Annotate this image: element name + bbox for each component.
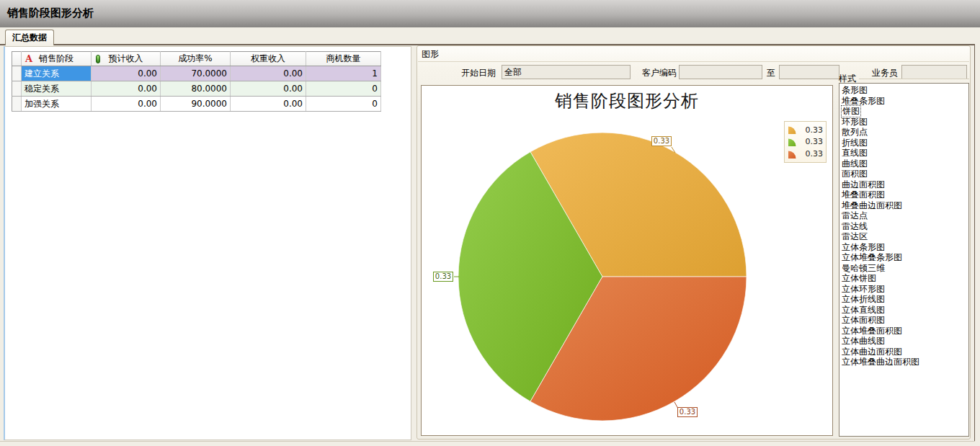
page-title: 销售阶段图形分析: [7, 6, 94, 20]
style-option[interactable]: 散列点: [842, 127, 968, 138]
column-header-expected-income[interactable]: 预计收入: [92, 52, 161, 66]
salesman-input[interactable]: [901, 65, 967, 79]
customer-code-input[interactable]: [679, 65, 762, 79]
column-header-opportunity-count[interactable]: 商机数量: [306, 52, 381, 66]
slice-label: 0.33: [651, 136, 672, 146]
pie-chart: [422, 86, 832, 435]
app-window: 销售阶段图形分析 汇总数据 A 销售阶段 预计收入: [0, 0, 980, 446]
legend-swatch-icon: [788, 137, 798, 147]
style-option[interactable]: 雷达线: [842, 221, 968, 232]
style-option[interactable]: 雷达区: [842, 231, 968, 242]
legend-item: 0.33: [788, 136, 823, 148]
cell-weighted-income[interactable]: 0.00: [231, 81, 306, 97]
cell-weighted-income[interactable]: 0.00: [231, 66, 306, 81]
column-header-stage[interactable]: A 销售阶段: [22, 52, 92, 66]
content-bottom-border: [0, 441, 975, 442]
content-right-border: [974, 44, 975, 442]
style-option[interactable]: 堆叠面积图: [842, 189, 968, 200]
style-option[interactable]: 立体曲线图: [842, 336, 968, 347]
column-header-success-rate[interactable]: 成功率%: [161, 52, 231, 66]
chart-legend: 0.33 0.33 0.33: [784, 121, 827, 163]
start-date-input[interactable]: [502, 65, 631, 79]
cell-expected-income[interactable]: 0.00: [92, 81, 161, 97]
customer-code-label: 客户编码: [632, 66, 677, 80]
style-option[interactable]: 立体堆叠面积图: [842, 326, 968, 336]
style-option[interactable]: 立体堆叠曲边面积图: [842, 357, 968, 367]
slice-label: 0.33: [433, 272, 453, 282]
style-option[interactable]: 立体面积图: [842, 315, 968, 326]
chart-panel: 销售阶段图形分析: [421, 85, 833, 436]
style-option[interactable]: 曼哈顿三维: [842, 263, 968, 274]
row-indicator-cell[interactable]: [12, 81, 22, 97]
text-column-icon: A: [25, 54, 32, 63]
style-option[interactable]: 环形图: [842, 117, 968, 128]
cell-opportunity-count[interactable]: 0: [306, 81, 381, 97]
customer-code-to-input[interactable]: [779, 65, 839, 79]
column-header-label: 权重收入: [251, 53, 285, 63]
style-listbox[interactable]: 条形图 堆叠条形图 饼图 环形图 散列点 折线图 直线图 曲线图 面积图 曲边面…: [839, 83, 969, 437]
cell-expected-income[interactable]: 0.00: [92, 97, 161, 112]
content-top-border: [0, 44, 975, 45]
grid-row-selected[interactable]: 建立关系 0.00 70.0000 0.00 1: [12, 66, 381, 81]
legend-value: 0.33: [798, 149, 823, 159]
cell-success-rate[interactable]: 70.0000: [161, 66, 231, 81]
legend-item: 0.33: [788, 124, 823, 135]
style-option[interactable]: 面积图: [842, 169, 968, 179]
style-option[interactable]: 曲线图: [842, 159, 968, 169]
style-option[interactable]: 立体直线图: [842, 305, 968, 316]
to-label: 至: [765, 66, 777, 80]
groupbox-divider: [418, 61, 969, 62]
style-option[interactable]: 折线图: [842, 138, 968, 148]
grid-row[interactable]: 加强关系 0.00 90.0000 0.00 0: [12, 97, 381, 112]
numeric-column-icon: [96, 55, 100, 63]
style-option[interactable]: 立体饼图: [842, 273, 968, 284]
column-header-label: 销售阶段: [39, 53, 74, 63]
column-header-label: 预计收入: [109, 53, 143, 63]
row-indicator-header: [12, 52, 22, 66]
summary-panel: A 销售阶段 预计收入 成功率% 权重收入 商机数量: [4, 46, 411, 440]
grid-row[interactable]: 稳定关系 0.00 80.0000 0.00 0: [12, 81, 381, 97]
cell-stage[interactable]: 稳定关系: [22, 81, 92, 97]
titlebar: 销售阶段图形分析: [0, 0, 980, 27]
style-option[interactable]: 立体折线图: [842, 294, 968, 305]
grid-header-row: A 销售阶段 预计收入 成功率% 权重收入 商机数量: [12, 52, 381, 66]
salesman-label: 业务员: [865, 66, 898, 80]
cell-opportunity-count[interactable]: 1: [306, 66, 381, 81]
column-header-label: 商机数量: [326, 53, 361, 63]
style-option[interactable]: 雷达点: [842, 210, 968, 221]
style-option[interactable]: 立体曲边面积图: [842, 347, 968, 357]
column-header-weighted-income[interactable]: 权重收入: [231, 52, 306, 66]
row-indicator-cell[interactable]: [12, 97, 22, 112]
row-indicator-cell[interactable]: [12, 66, 22, 81]
legend-swatch-icon: [788, 125, 798, 135]
cell-expected-income[interactable]: 0.00: [92, 66, 161, 81]
style-option[interactable]: 堆叠曲边面积图: [842, 200, 968, 211]
slice-label: 0.33: [677, 407, 698, 417]
legend-item: 0.33: [788, 148, 823, 160]
cell-stage[interactable]: 建立关系: [22, 66, 92, 81]
cell-weighted-income[interactable]: 0.00: [231, 97, 306, 112]
style-group-divider: [859, 79, 969, 79]
style-option[interactable]: 堆叠条形图: [842, 96, 968, 107]
style-option[interactable]: 立体环形图: [842, 284, 968, 295]
style-option-selected[interactable]: 饼图: [842, 106, 860, 117]
style-option[interactable]: 直线图: [842, 148, 968, 159]
groupbox-label: 图形: [422, 48, 439, 61]
style-option[interactable]: 曲边面积图: [842, 179, 968, 190]
style-option[interactable]: 立体堆叠条形图: [842, 252, 968, 263]
column-header-label: 成功率%: [178, 53, 212, 63]
cell-stage[interactable]: 加强关系: [22, 97, 92, 112]
summary-grid: A 销售阶段 预计收入 成功率% 权重收入 商机数量: [12, 51, 381, 112]
legend-value: 0.33: [798, 137, 823, 146]
tab-summary-data[interactable]: 汇总数据: [5, 30, 54, 45]
legend-value: 0.33: [798, 125, 823, 135]
start-date-label: 开始日期: [450, 66, 496, 80]
legend-swatch-icon: [788, 149, 798, 159]
cell-success-rate[interactable]: 90.0000: [161, 97, 231, 112]
cell-opportunity-count[interactable]: 0: [306, 97, 381, 112]
style-option[interactable]: 条形图: [842, 85, 968, 96]
cell-success-rate[interactable]: 80.0000: [161, 81, 231, 97]
style-option[interactable]: 立体条形图: [842, 242, 968, 253]
